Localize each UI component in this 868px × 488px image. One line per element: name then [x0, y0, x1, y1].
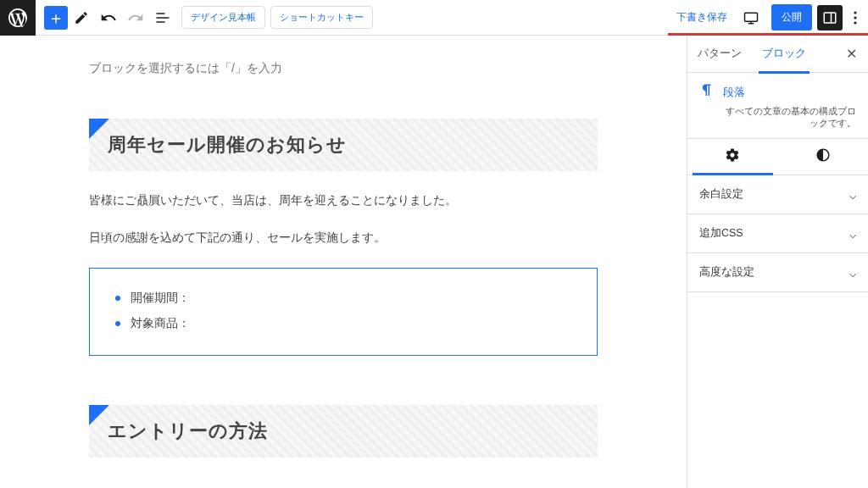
heading-block[interactable]: エントリーの方法: [89, 405, 598, 458]
svg-rect-1: [824, 13, 836, 23]
add-block-button[interactable]: ＋: [44, 6, 68, 30]
chevron-down-icon: ⌵: [849, 227, 856, 241]
panel-margin-settings[interactable]: 余白設定 ⌵: [687, 175, 868, 214]
more-options-icon[interactable]: [843, 0, 868, 36]
publish-button[interactable]: 公開: [771, 4, 812, 30]
edit-tool-icon[interactable]: [68, 0, 95, 36]
list-item[interactable]: 対象商品：: [115, 311, 571, 336]
redo-icon[interactable]: [122, 0, 149, 36]
paragraph[interactable]: 皆様にご贔屓いただいて、当店は、周年を迎えることになりました。: [89, 193, 598, 208]
svg-point-4: [854, 16, 856, 19]
design-sample-button[interactable]: デザイン見本帳: [181, 6, 265, 29]
tab-block[interactable]: ブロック: [752, 36, 816, 73]
info-box[interactable]: 開催期間： 対象商品：: [89, 268, 598, 356]
svg-rect-0: [745, 13, 758, 21]
wp-logo[interactable]: [0, 0, 36, 36]
subtab-styles[interactable]: [778, 139, 869, 175]
chevron-down-icon: ⌵: [849, 188, 856, 202]
contrast-icon: [815, 147, 831, 166]
top-toolbar: ＋ デザイン見本帳 ショートカットキー 下書き保存 公開: [0, 0, 868, 36]
close-sidebar-button[interactable]: ✕: [834, 36, 868, 73]
svg-point-5: [854, 21, 856, 24]
block-info: 段落 すべての文章の基本の構成ブロックです。: [687, 73, 868, 139]
chevron-down-icon: ⌵: [849, 266, 856, 280]
panel-additional-css[interactable]: 追加CSS ⌵: [687, 214, 868, 253]
editor-canvas[interactable]: ブロックを選択するには「/」を入力 周年セール開催のお知らせ 皆様にご贔屓いただ…: [0, 36, 687, 488]
paragraph-icon: [699, 83, 715, 101]
tab-patterns[interactable]: パターン: [687, 36, 752, 73]
subtab-settings[interactable]: [687, 139, 778, 175]
heading-block[interactable]: 周年セール開催のお知らせ: [89, 119, 598, 171]
heading-text: エントリーの方法: [108, 419, 579, 444]
heading-text: 周年セール開催のお知らせ: [108, 132, 579, 158]
save-draft-link[interactable]: 下書き保存: [668, 10, 736, 25]
paragraph[interactable]: 日頃の感謝を込めて下記の通り、セールを実施します。: [89, 230, 598, 246]
undo-icon[interactable]: [95, 0, 122, 36]
gear-icon: [725, 147, 740, 166]
block-name: 段落: [723, 85, 745, 100]
preview-button[interactable]: [736, 0, 766, 36]
block-placeholder[interactable]: ブロックを選択するには「/」を入力: [89, 61, 598, 76]
list-item[interactable]: 開催期間：: [115, 286, 571, 311]
settings-panel-toggle[interactable]: [817, 5, 843, 30]
shortcut-key-button[interactable]: ショートカットキー: [270, 6, 373, 29]
settings-sidebar: パターン ブロック ✕ 段落 すべての文章の基本の構成ブロックです。: [687, 36, 868, 488]
block-description: すべての文章の基本の構成ブロックです。: [699, 106, 856, 130]
panel-advanced[interactable]: 高度な設定 ⌵: [687, 253, 868, 292]
document-overview-icon[interactable]: [149, 0, 176, 36]
svg-point-3: [854, 11, 856, 14]
